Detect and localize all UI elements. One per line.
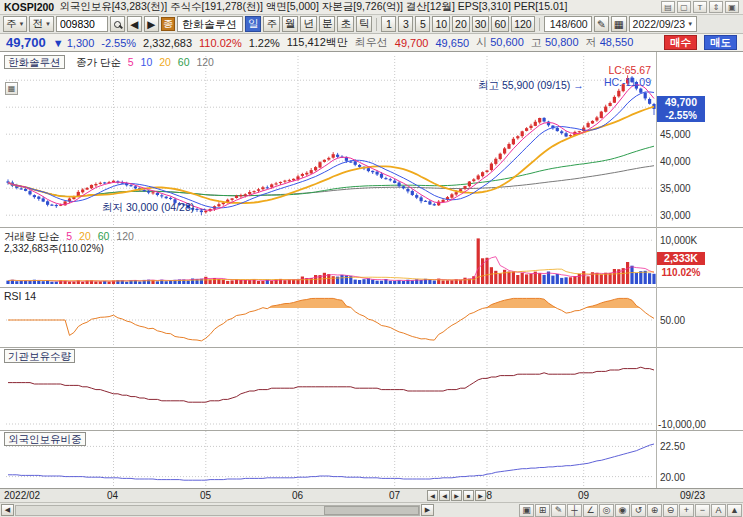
prev-stock-button[interactable]: ◀: [127, 16, 142, 32]
high-value: 50,800: [545, 36, 579, 48]
font-size-button[interactable]: A: [711, 504, 726, 517]
scroll-left-button[interactable]: ◀: [1, 504, 14, 516]
scroll-right-button[interactable]: ▶: [421, 504, 434, 516]
volume-ratio: 110.02%: [199, 37, 242, 49]
rsi-tick: 50.00: [660, 315, 685, 326]
tab-daily[interactable]: 일: [245, 16, 262, 32]
tab-second[interactable]: 초: [337, 16, 354, 32]
forward-button[interactable]: ▶: [475, 490, 486, 501]
step-back-button[interactable]: ◀: [439, 490, 450, 501]
tab-weekly[interactable]: 주: [263, 16, 280, 32]
high-annotation-text: 최고 55,900 (09/15): [478, 79, 570, 91]
save-image-icon[interactable]: ▣: [519, 504, 534, 517]
low-annotation: 최저 30,000 (04/28)→: [102, 201, 208, 215]
best-quote-label: 최우선: [355, 35, 388, 50]
hc-value: HC:-11.09: [604, 76, 651, 88]
search-button[interactable]: [110, 16, 125, 32]
expand-bars-button[interactable]: +: [679, 504, 694, 517]
stock-code-input[interactable]: [56, 16, 108, 32]
ma60-label: 60: [178, 56, 190, 68]
interval-30-button[interactable]: 30: [472, 16, 490, 32]
main-panel-title[interactable]: 한화솔루션: [4, 55, 65, 69]
tab-yearly[interactable]: 년: [300, 16, 317, 32]
date-picker[interactable]: 2022/09/23▼: [629, 16, 697, 32]
vol-ma60-label: 60: [98, 230, 110, 242]
draw-mode-icon[interactable]: ✎: [594, 16, 609, 32]
price-tick-45000: 45,000: [660, 129, 691, 140]
target-icon[interactable]: ◎: [599, 504, 614, 517]
chevron-down-icon: ▼: [45, 21, 51, 27]
trendline-icon[interactable]: ∠: [583, 504, 598, 517]
foreign-tick-2000: 20.00: [660, 472, 685, 483]
right-arrow-icon: →: [573, 79, 584, 91]
stock-name: 한화솔루션: [177, 16, 243, 32]
zoom-out-icon[interactable]: ⊖: [663, 504, 678, 517]
sell-button[interactable]: 매도: [704, 35, 737, 50]
price-tick-35000: 35,000: [660, 183, 691, 194]
crosshair-icon[interactable]: ┼: [567, 504, 582, 517]
period-unit-dropdown[interactable]: 주▼: [3, 16, 27, 32]
x-axis-label: 07: [389, 490, 400, 501]
panel-settings-icon[interactable]: ▦: [5, 82, 18, 95]
tab-tick[interactable]: 틱: [356, 16, 373, 32]
best-bid: 49,650: [435, 37, 469, 49]
buy-button[interactable]: 매수: [664, 35, 697, 50]
maximize-icon[interactable]: ▣: [725, 1, 739, 13]
price-tick-40000: 40,000: [660, 156, 691, 167]
x-axis-label: 06: [292, 490, 303, 501]
tab-monthly[interactable]: 월: [282, 16, 299, 32]
lc-value: LC:65.67: [604, 64, 651, 76]
window-icon[interactable]: ▢: [677, 1, 691, 13]
period-unit-value: 주: [6, 17, 17, 31]
interval-3-button[interactable]: 3: [398, 16, 413, 32]
swap-icon[interactable]: ⇕: [709, 1, 723, 13]
collapse-panel-button[interactable]: ▲: [727, 504, 742, 517]
draw-tool-icon[interactable]: ✎: [551, 504, 566, 517]
volume-marker-percent: 110.02%: [657, 267, 705, 278]
text-size-icon[interactable]: T: [693, 1, 707, 13]
interval-60-button[interactable]: 60: [491, 16, 509, 32]
list-icon[interactable]: ▤: [661, 1, 675, 13]
x-axis-label: 09: [578, 490, 589, 501]
eye-icon[interactable]: ◉: [615, 504, 630, 517]
volume-marker: 2,333K: [657, 252, 705, 265]
x-axis-label: 05: [200, 490, 211, 501]
shrink-bars-button[interactable]: −: [695, 504, 710, 517]
institution-tick: -10,000,00: [658, 419, 706, 430]
turnover: 1.22%: [249, 37, 280, 49]
divider: [376, 18, 377, 31]
current-price: 49,700: [6, 35, 46, 50]
interval-10-button[interactable]: 10: [432, 16, 450, 32]
vol-ma20-label: 20: [79, 230, 91, 242]
institution-panel-title[interactable]: 기관보유수량: [4, 349, 75, 363]
stop-button[interactable]: ■: [463, 490, 474, 501]
chart-toolbar: 주▼ 전▼ ◀ ▶ 종 한화솔루션 일 주 월 년 분 초 틱 1 3 5 10…: [0, 15, 743, 34]
top-info-bar: KOSPI200 외국인보유[43,283(천)] 주식수[191,278(천)…: [0, 0, 743, 15]
current-price-marker: 49,700 -2.55%: [657, 96, 705, 122]
refresh-icon[interactable]: ↺: [631, 504, 646, 517]
change-percent: -2.55%: [101, 37, 136, 49]
interval-5-button[interactable]: 5: [415, 16, 430, 32]
low-value: 48,550: [600, 36, 634, 48]
tab-minute[interactable]: 분: [319, 16, 336, 32]
chart-scrollbar[interactable]: [15, 505, 420, 516]
chart-settings-icon[interactable]: ▦: [611, 16, 627, 32]
scrollbar-thumb[interactable]: [324, 506, 419, 515]
low-label: 저: [586, 36, 597, 48]
lc-hc-readout: LC:65.67 HC:-11.09: [604, 64, 651, 88]
rewind-button[interactable]: ◀: [427, 490, 438, 501]
ma10-label: 10: [141, 56, 153, 68]
interval-1-button[interactable]: 1: [381, 16, 396, 32]
foreign-panel-title[interactable]: 외국인보유비중: [4, 432, 86, 446]
zoom-in-icon[interactable]: ⊕: [647, 504, 662, 517]
x-axis: 2022/02 04 05 06 07 08 09 09/23 ◀ ◀ ▶ ■ …: [0, 488, 743, 502]
vol-ma120-label: 120: [116, 230, 134, 242]
interval-120-button[interactable]: 120: [511, 16, 535, 32]
grid-settings-icon[interactable]: ⊞: [535, 504, 550, 517]
best-ask: 49,700: [395, 37, 429, 49]
interval-20-button[interactable]: 20: [452, 16, 470, 32]
step-forward-button[interactable]: ▶: [451, 490, 462, 501]
next-stock-button[interactable]: ▶: [144, 16, 159, 32]
mode-dropdown[interactable]: 전▼: [29, 16, 53, 32]
chart-canvas[interactable]: [0, 52, 743, 488]
